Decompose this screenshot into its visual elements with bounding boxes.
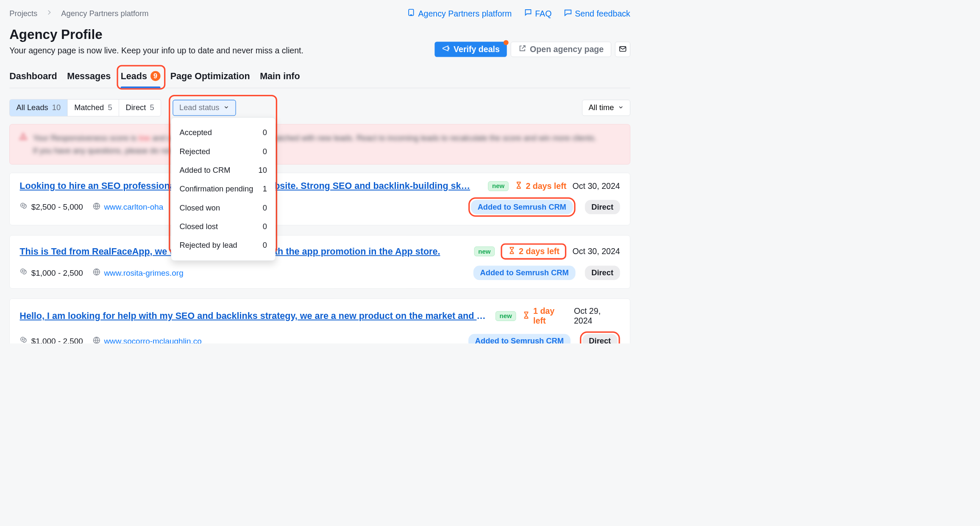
banner-text-2a: If you have any questions, please do	[33, 146, 161, 155]
warning-icon	[19, 132, 28, 157]
lead-website-text: www.rosita-grimes.org	[104, 268, 183, 277]
hourglass-icon	[508, 246, 516, 257]
open-agency-page-label: Open agency page	[530, 44, 604, 54]
time-range-dropdown[interactable]: All time	[582, 100, 630, 116]
lead-card: Looking to hire an SEO professional for …	[9, 173, 630, 225]
tab-leads[interactable]: Leads 9	[121, 71, 161, 88]
seg-matched[interactable]: Matched 5	[67, 100, 119, 116]
lead-deadline: 2 days left	[515, 181, 566, 191]
lead-status-label: Lead status	[179, 103, 219, 112]
megaphone-icon	[442, 44, 451, 54]
lead-title[interactable]: Hello, I am looking for help with my SEO…	[19, 311, 489, 321]
status-option-count: 0	[263, 222, 267, 231]
lead-budget: $2,500 - 5,000	[19, 202, 83, 212]
lead-card: This is Ted from RealFaceApp, we would l…	[9, 235, 630, 288]
status-option-label: Confirmation pending	[180, 185, 253, 194]
lead-website-text: www.carlton-oha	[104, 202, 163, 212]
status-option-label: Closed won	[180, 203, 220, 212]
new-badge: new	[488, 181, 509, 191]
hourglass-icon	[522, 311, 531, 321]
tab-page-optimization[interactable]: Page Optimization	[170, 71, 250, 88]
crm-chip[interactable]: Added to Semrush CRM	[471, 200, 573, 214]
lead-status-menu: Accepted0Rejected0Added to CRM10Confirma…	[171, 117, 276, 260]
lead-deadline-text: 2 days left	[526, 181, 566, 191]
lead-website[interactable]: www.socorro-mclaughlin.co	[92, 336, 202, 343]
seg-direct-count: 5	[150, 103, 154, 112]
tab-messages[interactable]: Messages	[67, 71, 111, 88]
lead-type-segmented: All Leads 10 Matched 5 Direct 5	[9, 99, 161, 116]
source-chip[interactable]: Direct	[582, 334, 618, 343]
lead-website-text: www.socorro-mclaughlin.co	[104, 337, 201, 343]
banner-text-low: low	[139, 133, 150, 142]
source-chip-wrap: Direct	[585, 200, 620, 214]
chevron-right-icon	[45, 8, 53, 19]
mail-button[interactable]	[615, 42, 630, 57]
tab-dashboard[interactable]: Dashboard	[9, 71, 57, 88]
globe-icon	[92, 336, 101, 343]
leads-count-badge: 9	[150, 71, 160, 81]
breadcrumb-root[interactable]: Projects	[9, 9, 37, 18]
open-agency-page-button[interactable]: Open agency page	[511, 42, 611, 57]
link-platform-label: Agency Partners platform	[418, 9, 512, 18]
status-option[interactable]: Added to CRM10	[171, 161, 275, 180]
status-option-count: 0	[263, 203, 267, 212]
lead-deadline-text: 2 days left	[519, 247, 560, 256]
crm-chip[interactable]: Added to Semrush CRM	[473, 266, 575, 280]
tabs: Dashboard Messages Leads 9 Page Optimiza…	[9, 71, 630, 88]
responsiveness-banner: Your Responsiveness score is low and cou…	[9, 124, 630, 164]
seg-all-leads[interactable]: All Leads 10	[10, 100, 68, 116]
verify-deals-button[interactable]: Verify deals	[435, 42, 507, 57]
lead-date: Oct 29, 2024	[574, 307, 620, 325]
lead-status-dropdown[interactable]: Lead status	[173, 100, 236, 116]
link-feedback[interactable]: Send feedback	[564, 8, 630, 19]
crm-chip-wrap: Added to Semrush CRM	[473, 266, 575, 280]
chevron-down-icon	[618, 103, 624, 112]
notification-dot-icon	[504, 40, 509, 45]
breadcrumb: Projects Agency Partners platform	[9, 8, 148, 19]
lead-budget-text: $2,500 - 5,000	[31, 202, 83, 212]
status-option[interactable]: Closed lost0	[171, 217, 275, 236]
seg-all-count: 10	[52, 103, 61, 112]
link-faq[interactable]: FAQ	[524, 8, 551, 19]
status-option-count: 0	[263, 128, 267, 137]
lead-date: Oct 30, 2024	[573, 181, 620, 191]
status-option-count: 0	[263, 241, 267, 250]
tablet-icon	[407, 8, 415, 19]
status-option-label: Accepted	[180, 128, 212, 137]
chat-icon	[524, 8, 532, 19]
crm-chip[interactable]: Added to Semrush CRM	[468, 334, 570, 343]
status-option-label: Closed lost	[180, 222, 218, 231]
lead-deadline: 2 days left	[501, 243, 567, 260]
status-option-count: 1	[263, 185, 267, 194]
globe-icon	[92, 268, 101, 278]
tab-main-info[interactable]: Main info	[260, 71, 300, 88]
link-platform[interactable]: Agency Partners platform	[407, 8, 512, 19]
coins-icon	[19, 336, 28, 343]
source-chip[interactable]: Direct	[585, 200, 620, 214]
seg-direct[interactable]: Direct 5	[119, 100, 161, 116]
status-option[interactable]: Confirmation pending1	[171, 180, 275, 198]
coins-icon	[19, 268, 28, 278]
status-option[interactable]: Accepted0	[171, 123, 275, 142]
source-chip-wrap: Direct	[585, 266, 620, 280]
lead-budget: $1,000 - 2,500	[19, 336, 83, 343]
lead-website[interactable]: www.rosita-grimes.org	[92, 268, 184, 278]
status-option-count: 0	[263, 147, 267, 156]
link-faq-label: FAQ	[535, 9, 551, 18]
page-subtitle: Your agency page is now live. Keep your …	[9, 46, 303, 55]
source-chip[interactable]: Direct	[585, 266, 620, 280]
status-option[interactable]: Rejected by lead0	[171, 236, 275, 255]
seg-all-label: All Leads	[17, 103, 48, 112]
seg-direct-label: Direct	[126, 103, 146, 112]
new-badge: new	[496, 311, 516, 321]
seg-matched-count: 5	[108, 103, 112, 112]
chevron-down-icon	[223, 103, 229, 112]
lead-deadline-text: 1 day left	[533, 307, 568, 325]
status-option[interactable]: Closed won0	[171, 199, 275, 217]
lead-website[interactable]: www.carlton-oha	[92, 202, 163, 212]
lead-card: Hello, I am looking for help with my SEO…	[9, 299, 630, 343]
status-option[interactable]: Rejected0	[171, 142, 275, 161]
lead-budget-text: $1,000 - 2,500	[31, 268, 83, 277]
external-link-icon	[518, 44, 527, 54]
crm-chip-wrap: Added to Semrush CRM	[468, 334, 570, 343]
